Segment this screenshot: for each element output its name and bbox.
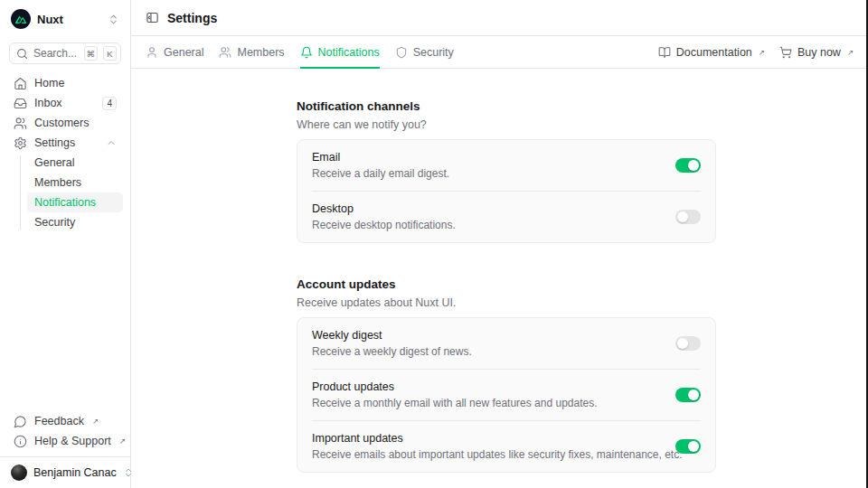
help-support-link[interactable]: Help & Support↗ <box>7 431 123 451</box>
settings-card: Email Receive a daily email digest. Desk… <box>297 139 716 243</box>
sidebar-item-label: Settings <box>34 136 75 149</box>
section-description: Where can we notify you? <box>297 117 716 132</box>
sidebar-item-security[interactable]: Security <box>27 212 123 232</box>
setting-texts: Important updates Receive emails about i… <box>312 431 663 462</box>
sidebar-item-home[interactable]: Home <box>7 73 123 93</box>
main-panel: Settings General Members <box>131 0 868 488</box>
setting-title: Weekly digest <box>312 328 472 343</box>
panel-left-close-icon <box>146 11 159 24</box>
setting-texts: Weekly digest Receive a weekly digest of… <box>312 328 472 359</box>
tab-label: General <box>164 46 203 59</box>
user-name: Benjamin Canac <box>33 466 117 479</box>
sidebar-item-notifications[interactable]: Notifications <box>27 192 123 212</box>
feedback-link[interactable]: Feedback↗ <box>7 411 123 431</box>
settings-tabbar: General Members Notifications <box>131 36 868 69</box>
workspace-name: Nuxt <box>37 13 101 26</box>
settings-content: Notification channels Where can we notif… <box>131 69 868 488</box>
chat-bubble-icon <box>14 415 27 428</box>
sidebar-nav: Home Inbox 4 Customers Settings <box>7 73 123 232</box>
important-updates-toggle[interactable] <box>675 439 701 454</box>
avatar <box>11 465 27 481</box>
sidebar-item-label: Security <box>34 216 75 229</box>
kbd-cmd: ⌘ <box>84 46 99 61</box>
footer-link-label: Feedback <box>34 415 84 427</box>
search-input[interactable]: Search... ⌘ K <box>9 42 121 64</box>
section-title: Account updates <box>297 277 716 292</box>
tab-general[interactable]: General <box>146 36 203 68</box>
info-circle-icon <box>14 435 27 448</box>
tab-notifications[interactable]: Notifications <box>300 36 380 68</box>
tab-members[interactable]: Members <box>219 36 284 68</box>
sidebar-item-general[interactable]: General <box>27 153 123 173</box>
header-links: Documentation↗ Buy now↗ <box>658 36 854 68</box>
buy-now-link[interactable]: Buy now↗ <box>779 46 854 59</box>
sidebar-spacer <box>7 232 123 411</box>
setting-title: Important updates <box>312 431 663 446</box>
sidebar-item-label: Home <box>34 77 64 89</box>
section-description: Receive updates about Nuxt UI. <box>297 296 716 310</box>
documentation-link[interactable]: Documentation↗ <box>658 46 765 59</box>
inbox-icon <box>14 97 27 110</box>
setting-title: Desktop <box>312 202 456 216</box>
page-title: Settings <box>167 11 217 25</box>
setting-row-email: Email Receive a daily email digest. <box>297 140 715 191</box>
setting-row-important-updates: Important updates Receive emails about i… <box>297 421 715 472</box>
setting-row-weekly-digest: Weekly digest Receive a weekly digest of… <box>297 318 715 369</box>
sidebar-item-label: Notifications <box>34 196 96 209</box>
settings-subnav: General Members Notifications Security <box>7 153 123 232</box>
setting-row-product-updates: Product updates Receive a monthly email … <box>297 370 715 420</box>
setting-texts: Product updates Receive a monthly email … <box>312 380 598 410</box>
search-placeholder: Search... <box>33 47 79 60</box>
inbox-count-badge: 4 <box>102 97 117 110</box>
content-column: Notification channels Where can we notif… <box>297 99 716 473</box>
collapse-sidebar-button[interactable] <box>146 11 159 24</box>
footer-link-label: Help & Support <box>34 435 111 447</box>
tab-security[interactable]: Security <box>395 36 454 68</box>
kbd-k: K <box>103 46 117 61</box>
setting-texts: Email Receive a daily email digest. <box>312 150 449 181</box>
setting-description: Receive emails about important updates l… <box>312 448 663 462</box>
section-title: Notification channels <box>297 99 716 114</box>
tab-label: Security <box>413 46 454 59</box>
tab-label: Members <box>237 46 284 59</box>
sidebar-item-label: Members <box>34 176 81 189</box>
users-icon <box>219 46 231 59</box>
tabs: General Members Notifications <box>146 36 454 68</box>
header-link-label: Buy now <box>797 46 841 59</box>
weekly-digest-toggle[interactable] <box>675 336 701 351</box>
nuxt-logo-icon <box>11 9 31 29</box>
product-updates-toggle[interactable] <box>675 388 701 402</box>
sidebar-footer-nav: Feedback↗ Help & Support↗ <box>7 411 123 456</box>
setting-description: Receive a weekly digest of news. <box>312 345 472 359</box>
setting-description: Receive a daily email digest. <box>312 167 449 181</box>
email-toggle[interactable] <box>675 158 701 173</box>
header-link-label: Documentation <box>676 46 752 59</box>
shield-icon <box>395 46 408 59</box>
section-notification-channels: Notification channels Where can we notif… <box>297 99 716 243</box>
user-icon <box>146 46 158 59</box>
setting-description: Receive a monthly email with all new fea… <box>312 397 598 410</box>
book-open-icon <box>658 46 671 59</box>
sidebar-item-customers[interactable]: Customers <box>7 113 123 133</box>
setting-texts: Desktop Receive desktop notifications. <box>312 202 456 232</box>
page-header: Settings <box>131 0 868 36</box>
shopping-cart-icon <box>779 46 792 59</box>
section-account-updates: Account updates Receive updates about Nu… <box>297 277 716 473</box>
sidebar-item-inbox[interactable]: Inbox 4 <box>7 93 123 113</box>
bell-icon <box>300 46 313 59</box>
user-menu[interactable]: Benjamin Canac <box>11 462 121 483</box>
setting-title: Product updates <box>312 380 598 394</box>
desktop-toggle[interactable] <box>675 210 701 224</box>
sidebar-item-settings[interactable]: Settings <box>7 133 123 153</box>
chevrons-up-down-icon <box>108 14 119 25</box>
workspace-switcher[interactable]: Nuxt <box>7 7 123 31</box>
search-icon <box>16 48 28 60</box>
sidebar-item-label: General <box>34 156 74 169</box>
sidebar-item-label: Customers <box>34 117 89 129</box>
chevron-up-icon <box>106 137 117 148</box>
sidebar: Nuxt Search... ⌘ K Home <box>0 0 131 488</box>
sidebar-item-label: Inbox <box>34 97 62 109</box>
sidebar-item-members[interactable]: Members <box>27 173 123 192</box>
sidebar-user-section: Benjamin Canac <box>0 456 130 488</box>
setting-row-desktop: Desktop Receive desktop notifications. <box>297 192 715 242</box>
